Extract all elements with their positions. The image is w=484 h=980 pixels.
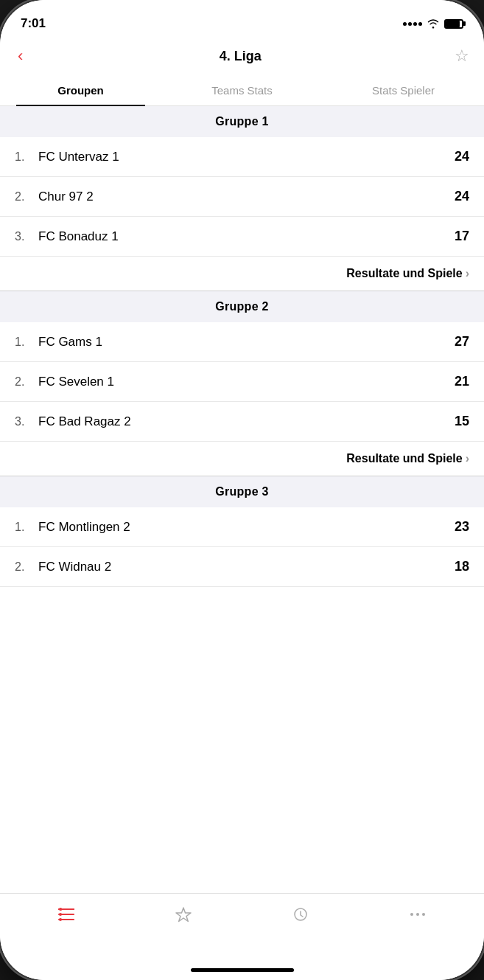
more-icon [408,906,427,923]
tab-stats-spieler[interactable]: Stats Spieler [323,75,484,105]
bottom-tab-favorites[interactable] [165,903,202,926]
team-score-3-2: 18 [446,559,469,574]
rank-2-2: 2. [15,375,32,389]
rank-1-3: 3. [15,230,32,243]
team-name-1-2: Chur 97 2 [38,190,446,204]
team-name-2-3: FC Bad Ragaz 2 [38,414,446,429]
team-score-2-2: 21 [446,374,469,389]
home-bar [191,968,294,972]
table-row: 1. FC Gams 1 27 [0,322,484,362]
svg-point-7 [59,918,62,921]
status-time: 7:01 [21,16,46,31]
chevron-right-icon: › [466,452,469,465]
team-score-3-1: 23 [446,519,469,535]
team-score-1-1: 24 [446,149,469,164]
rank-3-1: 1. [15,521,32,534]
table-row: 1. FC Untervaz 1 24 [0,137,484,177]
home-indicator [0,959,484,980]
svg-point-5 [59,908,62,911]
team-name-2-2: FC Sevelen 1 [38,375,446,389]
bottom-tab-history[interactable] [282,903,319,926]
table-row: 2. FC Sevelen 1 21 [0,362,484,402]
table-row: 2. Chur 97 2 24 [0,177,484,217]
results-link-gruppe2[interactable]: Resultate und Spiele › [0,442,484,476]
rank-2-1: 1. [15,336,32,349]
status-icons [403,18,463,29]
back-button[interactable]: ‹ [15,44,26,69]
rank-1-2: 2. [15,190,32,204]
team-name-1-1: FC Untervaz 1 [38,150,446,164]
tab-bar: Groupen Teams Stats Stats Spieler [0,75,484,106]
gruppe2-header: Gruppe 2 [0,291,484,322]
team-name-3-2: FC Widnau 2 [38,560,446,574]
leagues-icon [57,906,76,923]
battery-icon [444,19,463,29]
star-icon [174,906,193,923]
nav-bar: ‹ 4. Liga ☆ [0,37,484,75]
tab-teams-stats[interactable]: Teams Stats [161,75,323,105]
table-row: 2. FC Widnau 2 18 [0,547,484,587]
tab-groupen[interactable]: Groupen [0,75,161,105]
favorite-button[interactable]: ☆ [455,46,469,66]
chevron-right-icon: › [466,267,469,280]
bottom-tab-more[interactable] [399,903,436,926]
svg-point-11 [422,913,425,916]
rank-3-2: 2. [15,560,32,574]
team-name-1-3: FC Bonaduz 1 [38,229,446,244]
signal-icon [403,22,422,26]
bottom-tab-leagues[interactable] [48,903,85,926]
team-score-2-1: 27 [446,334,469,350]
content-area: Gruppe 1 1. FC Untervaz 1 24 2. Chur 97 … [0,106,484,893]
history-icon [291,906,310,923]
bottom-tab-bar [0,893,484,959]
table-row: 1. FC Montlingen 2 23 [0,507,484,547]
team-name-3-1: FC Montlingen 2 [38,520,446,535]
rank-1-1: 1. [15,150,32,164]
table-row: 3. FC Bad Ragaz 2 15 [0,402,484,442]
rank-2-3: 3. [15,415,32,428]
table-row: 3. FC Bonaduz 1 17 [0,217,484,257]
page-title: 4. Liga [220,49,262,64]
gruppe1-header: Gruppe 1 [0,106,484,137]
svg-point-6 [59,913,62,916]
team-score-2-3: 15 [446,414,469,429]
gruppe3-header: Gruppe 3 [0,476,484,507]
results-link-gruppe1[interactable]: Resultate und Spiele › [0,257,484,291]
team-score-1-3: 17 [446,229,469,244]
svg-point-10 [416,913,419,916]
team-name-2-1: FC Gams 1 [38,335,446,350]
svg-point-9 [410,913,413,916]
team-score-1-2: 24 [446,189,469,204]
wifi-icon [427,18,440,29]
